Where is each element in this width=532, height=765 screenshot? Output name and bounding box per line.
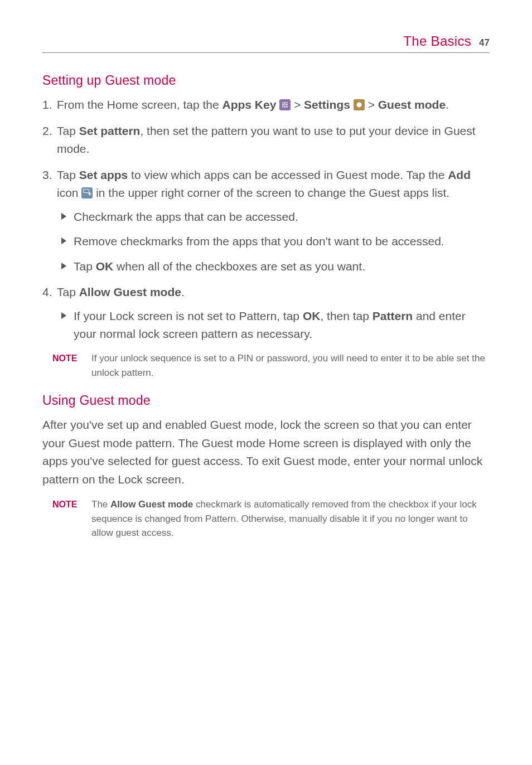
pattern-label: Pattern xyxy=(373,309,413,322)
add-icon xyxy=(81,187,93,198)
header-page-number: 47 xyxy=(479,37,490,49)
step-4: 4. Tap Allow Guest mode. If your Lock sc… xyxy=(42,283,490,343)
sub1-text: Checkmark the apps that can be accessed. xyxy=(74,210,298,223)
sub3-post: when all of the checkboxes are set as yo… xyxy=(113,260,365,273)
settings-label: Settings xyxy=(304,98,350,111)
set-apps-label: Set apps xyxy=(79,168,128,181)
section-heading-using: Using Guest mode xyxy=(42,393,490,408)
triangle-bullet-icon xyxy=(61,312,66,319)
s4-sub1-pre: If your Lock screen is not set to Patter… xyxy=(74,309,303,322)
ok-label: OK xyxy=(303,309,321,322)
step-3-mid2: icon xyxy=(57,186,81,199)
apps-key-icon xyxy=(279,99,291,110)
note-label: NOTE xyxy=(52,497,91,540)
sub-item: Remove checkmarks from the apps that you… xyxy=(61,233,490,251)
using-guest-mode-para: After you've set up and enabled Guest mo… xyxy=(42,416,490,488)
step-3-post: in the upper right corner of the screen … xyxy=(93,186,449,199)
section-heading-setup: Setting up Guest mode xyxy=(42,73,490,88)
triangle-bullet-icon xyxy=(61,238,66,244)
step-marker: 1. xyxy=(42,96,52,114)
step-1: 1. From the Home screen, tap the Apps Ke… xyxy=(42,96,490,114)
page-content: The Basics 47 Setting up Guest mode 1. F… xyxy=(0,0,532,580)
allow-guest-mode-label: Allow Guest mode xyxy=(79,285,181,298)
step-marker: 4. xyxy=(42,283,52,302)
sub-item: Tap OK when all of the checkboxes are se… xyxy=(61,258,490,276)
note-text: If your unlock sequence is set to a PIN … xyxy=(91,351,490,380)
steps-list: 1. From the Home screen, tap the Apps Ke… xyxy=(42,96,490,343)
note-block-1: NOTE If your unlock sequence is set to a… xyxy=(52,351,490,380)
apps-key-label: Apps Key xyxy=(222,98,276,111)
sub-item: If your Lock screen is not set to Patter… xyxy=(61,307,490,343)
sub-item: Checkmark the apps that can be accessed. xyxy=(61,208,490,226)
step-marker: 3. xyxy=(42,166,52,185)
note2-pre: The xyxy=(91,499,110,510)
step-3-sublist: Checkmark the apps that can be accessed.… xyxy=(61,208,490,276)
ok-label: OK xyxy=(96,260,114,273)
s4-sub1-mid: , then tap xyxy=(320,309,372,322)
gt1: > xyxy=(291,98,304,111)
note-text: The Allow Guest mode checkmark is automa… xyxy=(91,497,490,540)
step-4-pre: Tap xyxy=(57,285,79,298)
guest-mode-label: Guest mode xyxy=(378,98,446,111)
triangle-bullet-icon xyxy=(61,263,66,269)
note-label: NOTE xyxy=(52,351,91,380)
step-4-sublist: If your Lock screen is not set to Patter… xyxy=(61,307,490,343)
sub3-pre: Tap xyxy=(74,260,96,273)
allow-guest-mode-bold: Allow Guest mode xyxy=(110,499,193,510)
settings-icon xyxy=(354,99,365,110)
sub2-text: Remove checkmarks from the apps that you… xyxy=(74,235,444,248)
header-section-title: The Basics xyxy=(403,33,471,49)
page-header: The Basics 47 xyxy=(42,33,490,53)
set-pattern-label: Set pattern xyxy=(79,124,141,137)
note-block-2: NOTE The Allow Guest mode checkmark is a… xyxy=(52,497,490,540)
step-marker: 2. xyxy=(42,122,52,141)
step-2: 2. Tap Set pattern, then set the pattern… xyxy=(42,122,490,158)
step-1-end: . xyxy=(446,98,449,111)
step-3-mid1: to view which apps can be accessed in Gu… xyxy=(128,168,448,181)
step-3: 3. Tap Set apps to view which apps can b… xyxy=(42,166,490,276)
add-label: Add xyxy=(448,168,471,181)
step-2-pre: Tap xyxy=(57,124,79,137)
triangle-bullet-icon xyxy=(61,213,66,220)
step-4-end: . xyxy=(181,285,185,298)
step-3-pre: Tap xyxy=(57,168,79,181)
step-1-text-a: From the Home screen, tap the xyxy=(57,98,222,111)
gt2: > xyxy=(365,98,378,111)
